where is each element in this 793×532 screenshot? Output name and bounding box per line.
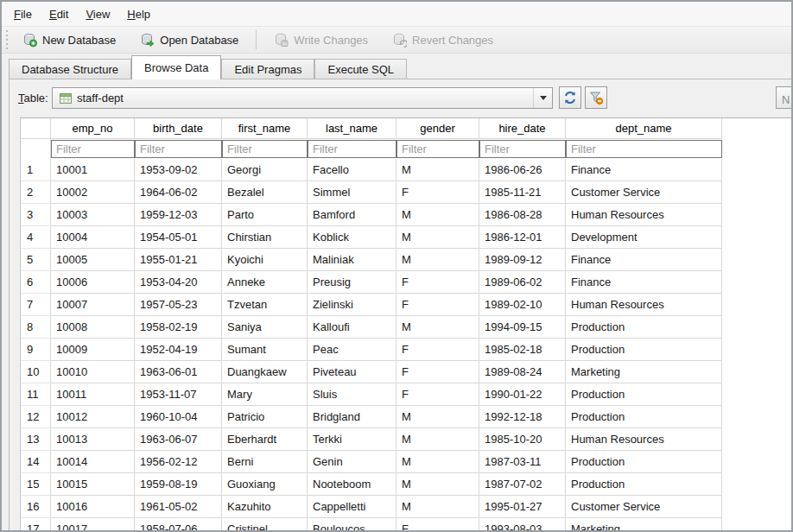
cell-first_name[interactable]: Kazuhito [222, 496, 308, 518]
cell-first_name[interactable]: Parto [222, 204, 308, 226]
cell-birth_date[interactable]: 1960-10-04 [135, 406, 222, 428]
cell-emp_no[interactable]: 10007 [51, 294, 135, 316]
cell-last_name[interactable]: Simmel [308, 181, 396, 204]
cell-emp_no[interactable]: 10005 [51, 249, 135, 271]
cell-birth_date[interactable]: 1953-09-02 [135, 159, 222, 181]
cell-dept_name[interactable]: Finance [566, 271, 722, 294]
cell-dept_name[interactable]: Production [566, 451, 722, 473]
cell-last_name[interactable]: Maliniak [308, 249, 396, 271]
cell-birth_date[interactable]: 1959-08-19 [135, 473, 222, 496]
cell-emp_no[interactable]: 10004 [51, 226, 135, 249]
tab-browse-data[interactable]: Browse Data [131, 55, 221, 79]
row-number[interactable]: 1 [21, 159, 51, 181]
cell-first_name[interactable]: Eberhardt [222, 428, 308, 451]
column-header-gender[interactable]: gender [396, 118, 479, 139]
cell-hire_date[interactable]: 1993-08-03 [479, 518, 566, 532]
menu-view[interactable]: View [77, 2, 118, 26]
cell-gender[interactable]: M [396, 249, 479, 271]
filter-input-gender[interactable] [396, 140, 479, 158]
row-number[interactable]: 9 [21, 339, 51, 361]
cell-emp_no[interactable]: 10001 [51, 159, 135, 181]
cell-emp_no[interactable]: 10006 [51, 271, 135, 294]
combobox-dropdown-zone[interactable] [533, 88, 552, 108]
cell-hire_date[interactable]: 1987-03-11 [479, 451, 566, 473]
open-database-button[interactable]: Open Database [131, 29, 247, 51]
column-header-last_name[interactable]: last_name [308, 118, 396, 139]
cell-emp_no[interactable]: 10017 [51, 518, 135, 532]
cell-dept_name[interactable]: Finance [566, 249, 722, 271]
write-changes-button[interactable]: Write Changes [265, 29, 377, 51]
cell-dept_name[interactable]: Marketing [566, 518, 722, 532]
cell-birth_date[interactable]: 1958-07-06 [135, 518, 222, 532]
table-select-combobox[interactable]: staff-dept [52, 87, 553, 109]
cell-emp_no[interactable]: 10014 [51, 451, 135, 473]
cell-first_name[interactable]: Berni [222, 451, 308, 473]
cell-hire_date[interactable]: 1987-07-02 [479, 473, 566, 496]
cell-first_name[interactable]: Guoxiang [222, 473, 308, 496]
menu-file[interactable]: File [5, 2, 41, 26]
cell-first_name[interactable]: Tzvetan [222, 294, 308, 316]
cell-first_name[interactable]: Saniya [222, 316, 308, 339]
row-number[interactable]: 2 [21, 181, 51, 204]
cell-birth_date[interactable]: 1952-04-19 [135, 339, 222, 361]
cell-hire_date[interactable]: 1995-01-27 [479, 496, 566, 518]
cell-emp_no[interactable]: 10016 [51, 496, 135, 518]
row-number[interactable]: 8 [21, 316, 51, 339]
column-header-birth_date[interactable]: birth_date [135, 118, 222, 139]
row-number[interactable]: 12 [21, 406, 51, 428]
cell-last_name[interactable]: Piveteau [308, 361, 396, 383]
cell-gender[interactable]: M [396, 226, 479, 249]
column-header-first_name[interactable]: first_name [222, 118, 308, 139]
cell-hire_date[interactable]: 1994-09-15 [479, 316, 566, 339]
cell-dept_name[interactable]: Human Resources [566, 204, 722, 226]
row-number[interactable]: 16 [21, 496, 51, 518]
row-number[interactable]: 10 [21, 361, 51, 383]
row-number[interactable]: 13 [21, 428, 51, 451]
filter-input-hire_date[interactable] [479, 140, 566, 158]
cell-birth_date[interactable]: 1953-11-07 [135, 383, 222, 406]
menu-edit[interactable]: Edit [41, 2, 77, 26]
cell-last_name[interactable]: Kalloufi [308, 316, 396, 339]
cell-emp_no[interactable]: 10002 [51, 181, 135, 204]
row-number[interactable]: 11 [21, 383, 51, 406]
cell-last_name[interactable]: Genin [308, 451, 396, 473]
cell-hire_date[interactable]: 1985-11-21 [479, 181, 566, 204]
cell-gender[interactable]: F [396, 294, 479, 316]
cell-birth_date[interactable]: 1956-02-12 [135, 451, 222, 473]
cell-emp_no[interactable]: 10003 [51, 204, 135, 226]
tab-edit-pragmas[interactable]: Edit Pragmas [221, 59, 314, 79]
row-number[interactable]: 15 [21, 473, 51, 496]
cell-dept_name[interactable]: Marketing [566, 361, 722, 383]
cell-first_name[interactable]: Bezalel [222, 181, 308, 204]
cell-birth_date[interactable]: 1963-06-01 [135, 361, 222, 383]
cell-first_name[interactable]: Duangkaew [222, 361, 308, 383]
cell-birth_date[interactable]: 1957-05-23 [135, 294, 222, 316]
column-header-emp_no[interactable]: emp_no [51, 118, 135, 139]
cell-gender[interactable]: M [396, 473, 479, 496]
clear-all-filters-button[interactable] [585, 86, 607, 109]
cell-last_name[interactable]: Bamford [308, 204, 396, 226]
cell-gender[interactable]: M [396, 496, 479, 518]
row-number[interactable]: 4 [21, 226, 51, 249]
cell-first_name[interactable]: Sumant [222, 339, 308, 361]
row-number[interactable]: 5 [21, 249, 51, 271]
cell-first_name[interactable]: Kyoichi [222, 249, 308, 271]
filter-input-emp_no[interactable] [51, 140, 135, 158]
cell-dept_name[interactable]: Human Resources [566, 428, 722, 451]
cell-hire_date[interactable]: 1986-06-26 [479, 159, 566, 181]
cell-hire_date[interactable]: 1989-09-12 [479, 249, 566, 271]
cell-emp_no[interactable]: 10010 [51, 361, 135, 383]
row-number[interactable]: 6 [21, 271, 51, 294]
row-number[interactable]: 3 [21, 204, 51, 226]
cell-birth_date[interactable]: 1964-06-02 [135, 181, 222, 204]
column-header-hire_date[interactable]: hire_date [479, 118, 566, 139]
cell-hire_date[interactable]: 1992-12-18 [479, 406, 566, 428]
tab-database-structure[interactable]: Database Structure [9, 59, 131, 79]
cell-first_name[interactable]: Chirstian [222, 226, 308, 249]
tab-execute-sql[interactable]: Execute SQL [314, 59, 407, 79]
row-number[interactable]: 17 [21, 518, 51, 532]
cell-gender[interactable]: F [396, 361, 479, 383]
cell-gender[interactable]: M [396, 159, 479, 181]
cell-birth_date[interactable]: 1961-05-02 [135, 496, 222, 518]
cell-gender[interactable]: F [396, 271, 479, 294]
